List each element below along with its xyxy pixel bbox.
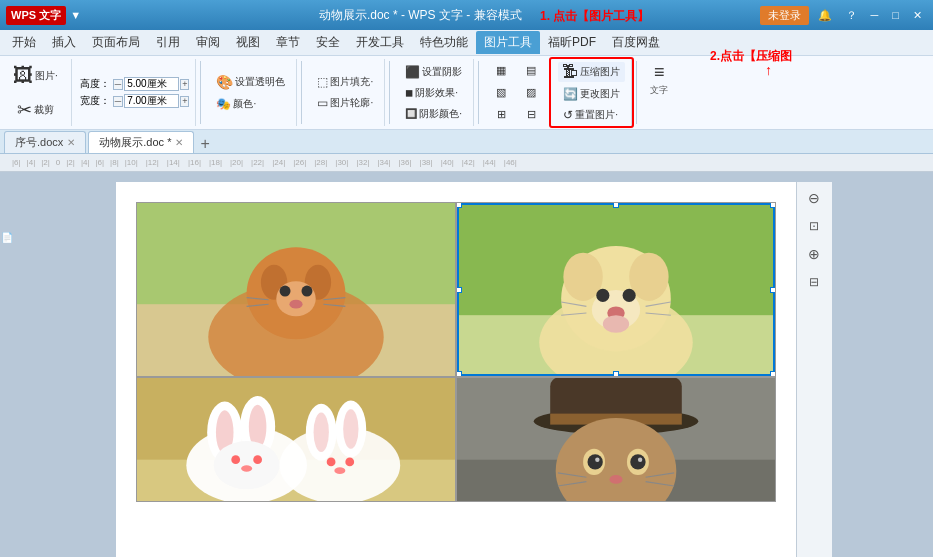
width-minus[interactable]: ─ — [113, 96, 123, 107]
shadow-set-icon: ⬛ — [405, 65, 420, 79]
menu-chapter[interactable]: 章节 — [268, 31, 308, 54]
width-label: 宽度： — [80, 94, 110, 108]
ribbon-group-compress: 🗜 压缩图片 🔄 更改图片 ↺ 重置图片· — [552, 59, 632, 126]
height-minus[interactable]: ─ — [113, 79, 123, 90]
fold-icon[interactable]: 📄 — [1, 232, 13, 243]
zoom-out-button[interactable]: ⊖ — [800, 186, 828, 210]
menu-references[interactable]: 引用 — [148, 31, 188, 54]
shadow-effect-button[interactable]: ◼ 阴影效果· — [400, 84, 467, 102]
ribbon-group-dimensions: 高度： ─ + 宽度： ─ + — [74, 59, 197, 126]
picture-label: 图片· — [35, 69, 58, 83]
sep1 — [200, 61, 201, 124]
tab-xuhao[interactable]: 序号.docx ✕ — [4, 131, 86, 153]
menu-special[interactable]: 特色功能 — [412, 31, 476, 54]
image-border-button[interactable]: ▭ 图片轮廓· — [312, 94, 378, 112]
text-wrap-button[interactable]: ≡ 文字 — [645, 59, 673, 100]
kitten-image[interactable] — [137, 203, 455, 377]
menu-page-layout[interactable]: 页面布局 — [84, 31, 148, 54]
side-panel: ⊖ ⊡ ⊕ ⊟ — [796, 182, 832, 557]
shadow-color-label: 阴影颜色· — [419, 107, 462, 121]
ribbon: 🖼 图片· ✂ 裁剪 高度： ─ + 宽度： ─ + 🎨 设置透明色 — [0, 56, 933, 130]
left-gutter: 📄 — [0, 172, 14, 557]
sep4 — [478, 61, 479, 124]
ribbon-group-fill: ⬚ 图片填充· ▭ 图片轮廓· — [306, 59, 385, 126]
svg-point-44 — [343, 409, 358, 448]
tab-animals[interactable]: 动物展示.doc * ✕ — [88, 131, 194, 153]
height-label: 高度： — [80, 77, 110, 91]
menu-view[interactable]: 视图 — [228, 31, 268, 54]
title-bar-right: 未登录 🔔 ？ ─ □ ✕ — [760, 6, 927, 25]
hat-cat-image[interactable] — [457, 378, 775, 502]
set-transparent-label: 设置透明色 — [235, 75, 285, 89]
menu-picture-tools[interactable]: 图片工具 — [476, 31, 540, 54]
puppy-image[interactable] — [457, 203, 775, 377]
menu-review[interactable]: 审阅 — [188, 31, 228, 54]
menu-dev-tools[interactable]: 开发工具 — [348, 31, 412, 54]
title-dropdown-arrow[interactable]: ▼ — [70, 9, 81, 21]
change-image-button[interactable]: 🔄 更改图片 — [558, 85, 625, 103]
rabbit-image[interactable] — [137, 378, 455, 502]
svg-point-8 — [301, 286, 312, 297]
menu-foxit-pdf[interactable]: 福昕PDF — [540, 31, 604, 54]
image-border-label: 图片轮廓· — [330, 96, 373, 110]
new-tab-button[interactable]: + — [196, 135, 213, 153]
color-icon: 🎭 — [216, 97, 231, 111]
icon-btn-3[interactable]: ▧ — [487, 83, 515, 103]
crop-button[interactable]: ✂ 裁剪 — [10, 94, 61, 126]
image-fill-button[interactable]: ⬚ 图片填充· — [312, 73, 378, 91]
notification-icon[interactable]: 🔔 — [813, 7, 837, 24]
sep3 — [389, 61, 390, 124]
compress-icon: 🗜 — [562, 63, 578, 81]
set-shadow-button[interactable]: ⬛ 设置阴影 — [400, 63, 467, 81]
shadow-color-button[interactable]: 🔲 阴影颜色· — [400, 105, 467, 123]
menu-insert[interactable]: 插入 — [44, 31, 84, 54]
icon-btn-1[interactable]: ▦ — [487, 61, 515, 81]
tab-animals-close[interactable]: ✕ — [175, 137, 183, 148]
svg-point-37 — [231, 455, 240, 464]
minimize-button[interactable]: ─ — [866, 7, 884, 23]
svg-point-56 — [587, 454, 602, 469]
svg-point-57 — [630, 454, 645, 469]
set-transparent-button[interactable]: 🎨 设置透明色 — [211, 72, 290, 92]
login-button[interactable]: 未登录 — [760, 6, 809, 25]
image-fill-label: 图片填充· — [330, 75, 373, 89]
document-page — [116, 182, 796, 557]
svg-point-24 — [602, 315, 628, 333]
restore-button[interactable]: □ — [887, 7, 904, 23]
reset-image-button[interactable]: ↺ 重置图片· — [558, 106, 625, 124]
transparent-icon: 🎨 — [216, 74, 233, 90]
svg-point-7 — [279, 286, 290, 297]
width-plus[interactable]: + — [180, 96, 189, 107]
icon-btn-2[interactable]: ▤ — [517, 61, 545, 81]
title-bar-left: WPS 文字 ▼ — [6, 6, 81, 25]
menu-baidu-cloud[interactable]: 百度网盘 — [604, 31, 668, 54]
fit-page-button[interactable]: ⊡ — [800, 214, 828, 238]
zoom-in-icon: ⊕ — [808, 246, 820, 262]
icon-btn-5[interactable]: ⊞ — [487, 105, 515, 125]
shadow-color-icon: 🔲 — [405, 108, 417, 119]
zoom-in-button[interactable]: ⊕ — [800, 242, 828, 266]
height-plus[interactable]: + — [180, 79, 189, 90]
close-button[interactable]: ✕ — [908, 7, 927, 24]
tab-animals-label: 动物展示.doc * — [99, 135, 171, 150]
ribbon-group-wrap: ≡ 文字 — [641, 59, 677, 126]
svg-point-46 — [345, 457, 354, 466]
icon-btn-6[interactable]: ⊟ — [517, 105, 545, 125]
compress-image-button[interactable]: 🗜 压缩图片 — [558, 62, 625, 82]
help-icon[interactable]: ？ — [841, 6, 862, 25]
document-title: 动物展示.doc * - WPS 文字 - 兼容模式 — [81, 7, 760, 24]
insert-picture-button[interactable]: 🖼 图片· — [6, 59, 65, 92]
menu-bar: 开始 插入 页面布局 引用 审阅 视图 章节 安全 开发工具 特色功能 图片工具… — [0, 30, 933, 56]
color-button[interactable]: 🎭 颜色· — [211, 95, 290, 113]
fit-width-button[interactable]: ⊟ — [800, 270, 828, 294]
menu-start[interactable]: 开始 — [4, 31, 44, 54]
height-input[interactable] — [124, 77, 179, 91]
icon-btn-4[interactable]: ▨ — [517, 83, 545, 103]
svg-point-22 — [622, 289, 635, 302]
width-input[interactable] — [124, 94, 179, 108]
menu-security[interactable]: 安全 — [308, 31, 348, 54]
set-shadow-label: 设置阴影 — [422, 65, 462, 79]
tab-xuhao-close[interactable]: ✕ — [67, 137, 75, 148]
hat-cat-cell — [456, 377, 776, 502]
text-wrap-label: 文字 — [650, 84, 668, 97]
